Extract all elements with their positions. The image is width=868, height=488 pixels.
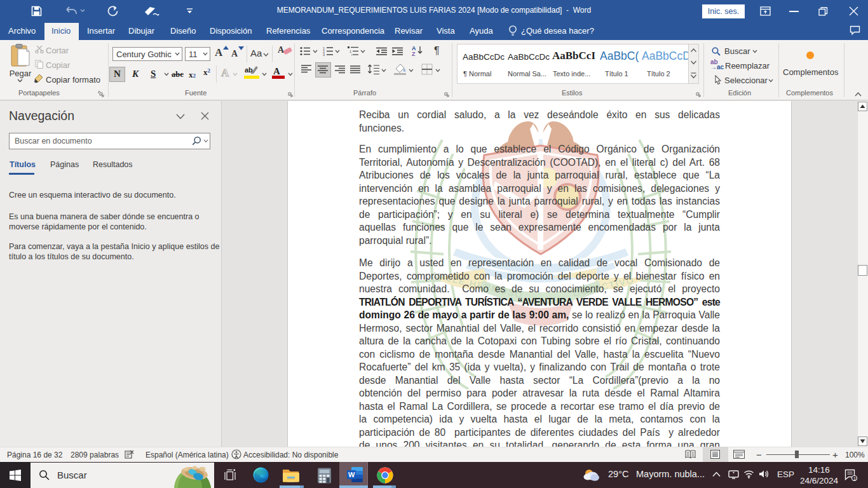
svg-text:Z: Z <box>412 51 416 56</box>
svg-text:W: W <box>348 471 355 478</box>
svg-text:i: i <box>351 53 352 56</box>
svg-text:1: 1 <box>853 476 857 482</box>
svg-text:3: 3 <box>323 53 325 57</box>
